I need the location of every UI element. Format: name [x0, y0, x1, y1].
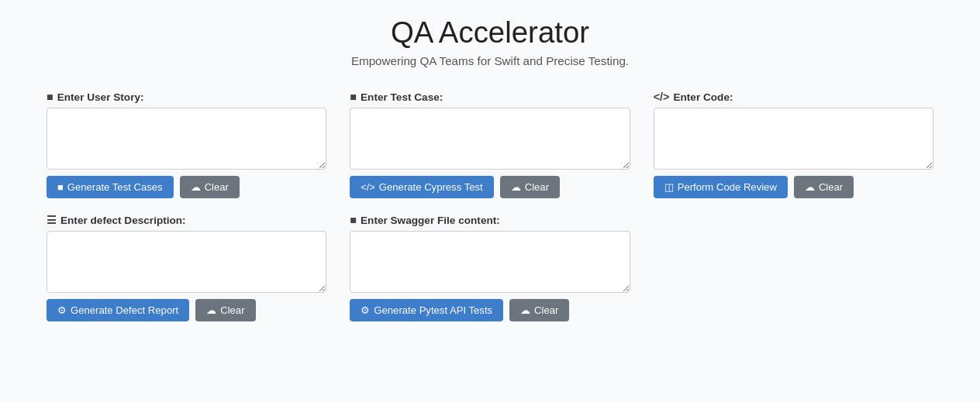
row-2: ☰ Enter defect Description: ⚙ Generate D…	[47, 214, 933, 321]
gear-btn-icon-2: ⚙	[361, 304, 370, 316]
defect-description-buttons: ⚙ Generate Defect Report ☁ Clear	[47, 299, 326, 321]
code-label: </> Enter Code:	[654, 91, 933, 103]
perform-code-review-button[interactable]: ◫ Perform Code Review	[654, 176, 788, 198]
swagger-file-group: ■ Enter Swagger File content: ⚙ Generate…	[350, 214, 630, 321]
code-icon: </>	[654, 91, 670, 103]
user-story-group: ■ Enter User Story: ■ Generate Test Case…	[47, 91, 326, 198]
page-subtitle: Empowering QA Teams for Swift and Precis…	[47, 54, 933, 67]
test-case-group: ■ Enter Test Case: </> Generate Cypress …	[350, 91, 630, 198]
cloud-btn-icon-4: ☁	[206, 304, 216, 316]
document-icon-3: ■	[350, 214, 357, 226]
swagger-clear-button[interactable]: ☁ Clear	[509, 299, 569, 321]
defect-description-input[interactable]	[47, 231, 326, 293]
generate-cypress-test-button[interactable]: </> Generate Cypress Test	[350, 176, 493, 198]
swagger-file-input[interactable]	[350, 231, 630, 293]
generate-test-cases-button[interactable]: ■ Generate Test Cases	[47, 176, 174, 198]
cloud-btn-icon-2: ☁	[511, 181, 521, 193]
empty-group	[654, 214, 933, 321]
code-group: </> Enter Code: ◫ Perform Code Review ☁ …	[654, 91, 933, 198]
document-btn-icon: ■	[57, 181, 64, 193]
test-case-clear-button[interactable]: ☁ Clear	[500, 176, 560, 198]
document-icon-2: ■	[350, 91, 357, 103]
swagger-file-label: ■ Enter Swagger File content:	[350, 214, 630, 226]
code-btn-icon: </>	[361, 181, 375, 193]
cloud-btn-icon-1: ☁	[191, 181, 201, 193]
test-case-buttons: </> Generate Cypress Test ☁ Clear	[350, 176, 630, 198]
code-buttons: ◫ Perform Code Review ☁ Clear	[654, 176, 933, 198]
generate-defect-report-button[interactable]: ⚙ Generate Defect Report	[47, 299, 189, 321]
document-icon: ■	[47, 91, 53, 103]
swagger-file-buttons: ⚙ Generate Pytest API Tests ☁ Clear	[350, 299, 630, 321]
test-case-input[interactable]	[350, 108, 630, 170]
user-story-clear-button[interactable]: ☁ Clear	[180, 176, 240, 198]
defect-clear-button[interactable]: ☁ Clear	[195, 299, 255, 321]
code-input[interactable]	[654, 108, 933, 170]
code-clear-button[interactable]: ☁ Clear	[794, 176, 854, 198]
generate-pytest-api-tests-button[interactable]: ⚙ Generate Pytest API Tests	[350, 299, 503, 321]
header: QA Accelerator Empowering QA Teams for S…	[47, 15, 933, 67]
user-story-buttons: ■ Generate Test Cases ☁ Clear	[47, 176, 326, 198]
user-story-label: ■ Enter User Story:	[47, 91, 326, 103]
cloud-btn-icon-3: ☁	[805, 181, 815, 193]
page-title: QA Accelerator	[47, 15, 933, 50]
list-icon: ☰	[47, 214, 57, 226]
gear-btn-icon-1: ⚙	[57, 304, 67, 316]
monitor-btn-icon: ◫	[664, 181, 674, 193]
defect-description-group: ☰ Enter defect Description: ⚙ Generate D…	[47, 214, 326, 321]
row-1: ■ Enter User Story: ■ Generate Test Case…	[47, 91, 933, 198]
user-story-input[interactable]	[47, 108, 326, 170]
page-wrapper: QA Accelerator Empowering QA Teams for S…	[0, 0, 980, 345]
cloud-btn-icon-5: ☁	[520, 304, 530, 316]
defect-description-label: ☰ Enter defect Description:	[47, 214, 326, 226]
test-case-label: ■ Enter Test Case:	[350, 91, 630, 103]
